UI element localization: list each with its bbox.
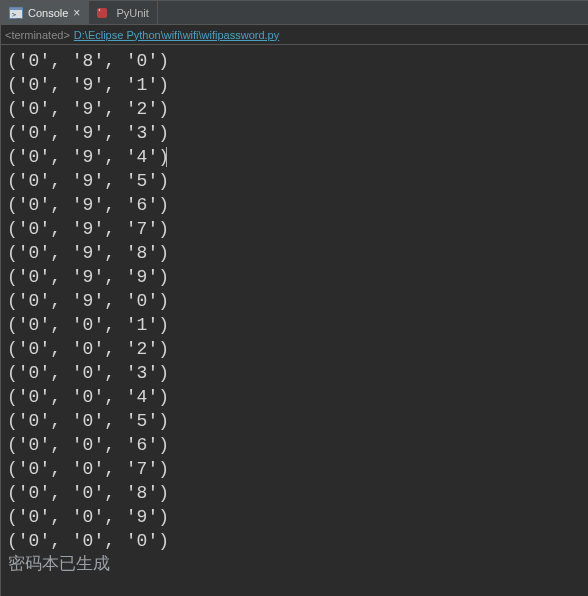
console-icon: >_ (9, 6, 23, 20)
output-line: ('0', '9', '6') (7, 193, 582, 217)
output-line: ('0', '9', '9') (7, 265, 582, 289)
output-line: ('0', '9', '0') (7, 289, 582, 313)
tab-pyunit[interactable]: PyUnit (89, 1, 157, 24)
tab-console[interactable]: >_ Console × (1, 1, 89, 24)
output-line: ('0', '0', '2') (7, 337, 582, 361)
output-line: ('0', '0', '5') (7, 409, 582, 433)
output-line: ('0', '0', '3') (7, 361, 582, 385)
output-line: ('0', '0', '1') (7, 313, 582, 337)
pyunit-icon (97, 6, 111, 20)
output-line: ('0', '8', '0') (7, 49, 582, 73)
close-icon[interactable]: × (73, 7, 80, 19)
output-line: ('0', '9', '1') (7, 73, 582, 97)
console-output[interactable]: ('0', '8', '0')('0', '9', '1')('0', '9',… (1, 45, 588, 581)
output-line: ('0', '9', '7') (7, 217, 582, 241)
svg-text:>_: >_ (12, 11, 21, 19)
output-line: ('0', '0', '0') (7, 529, 582, 553)
output-line: ('0', '9', '3') (7, 121, 582, 145)
path-bar: <terminated> D:\Eclipse Python\wifi\wifi… (1, 25, 588, 45)
status-message: 密码本已生成 (7, 553, 582, 577)
output-line: ('0', '0', '9') (7, 505, 582, 529)
output-line: ('0', '9', '2') (7, 97, 582, 121)
output-line: ('0', '9', '4') (7, 145, 582, 169)
svg-point-5 (99, 9, 101, 11)
file-path-link[interactable]: D:\Eclipse Python\wifi\wifi\wifipassword… (74, 29, 279, 41)
output-line: ('0', '0', '8') (7, 481, 582, 505)
output-line: ('0', '9', '8') (7, 241, 582, 265)
output-line: ('0', '0', '4') (7, 385, 582, 409)
output-line: ('0', '9', '5') (7, 169, 582, 193)
tab-bar: >_ Console × PyUnit (1, 1, 588, 25)
svg-rect-4 (101, 8, 107, 18)
tab-pyunit-label: PyUnit (116, 7, 148, 19)
output-line: ('0', '0', '6') (7, 433, 582, 457)
tab-console-label: Console (28, 7, 68, 19)
output-line: ('0', '0', '7') (7, 457, 582, 481)
text-cursor (166, 147, 167, 167)
run-status: <terminated> (5, 29, 70, 41)
